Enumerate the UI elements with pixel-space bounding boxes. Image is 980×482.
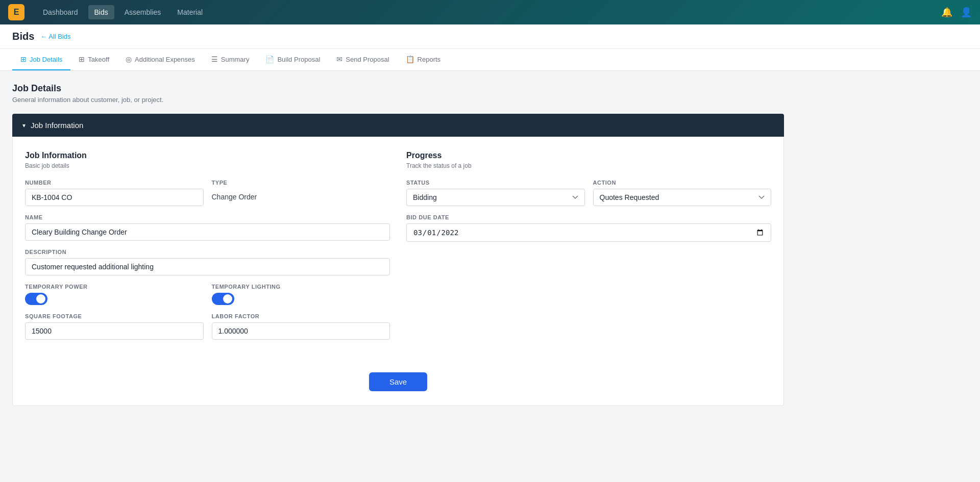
- tab-reports[interactable]: 📋Reports: [398, 49, 449, 70]
- temp-power-group: TEMPORARY POWER: [25, 284, 204, 305]
- tab-summary[interactable]: ☰Summary: [203, 49, 258, 70]
- logo: E: [8, 4, 24, 20]
- collapsible-label: Job Information: [31, 121, 83, 130]
- type-value: Change Order: [212, 189, 390, 205]
- tab-label-summary: Summary: [221, 56, 250, 63]
- form-card: Job Information Basic job details NUMBER…: [12, 137, 784, 406]
- user-icon[interactable]: 👤: [961, 7, 972, 18]
- back-link[interactable]: ← All Bids: [40, 33, 70, 40]
- bid-due-date-label: BID DUE DATE: [406, 214, 771, 220]
- nav-link-dashboard[interactable]: Dashboard: [37, 5, 84, 19]
- name-input[interactable]: [25, 223, 390, 241]
- square-footage-input[interactable]: [25, 322, 204, 340]
- type-field-group: TYPE Change Order: [212, 180, 390, 206]
- temp-lighting-slider: [212, 293, 234, 305]
- tab-icon-additional-expenses: ◎: [126, 55, 132, 63]
- tab-label-additional-expenses: Additional Expenses: [135, 56, 195, 63]
- temp-lighting-group: TEMPORARY LIGHTING: [212, 284, 390, 305]
- temp-power-label: TEMPORARY POWER: [25, 284, 204, 290]
- action-label: ACTION: [593, 180, 772, 186]
- tab-bar: ⊞Job Details⊞Takeoff◎Additional Expenses…: [0, 49, 980, 71]
- job-info-title: Job Information: [25, 151, 390, 160]
- top-nav: E DashboardBidsAssembliesMaterial 🔔 👤: [0, 0, 980, 24]
- number-label: NUMBER: [25, 180, 204, 186]
- tab-label-takeoff: Takeoff: [88, 56, 109, 63]
- tab-build-proposal[interactable]: 📄Build Proposal: [257, 49, 328, 70]
- description-label: DESCRIPTION: [25, 249, 390, 255]
- status-select[interactable]: Bidding Won Lost In Progress Completed: [406, 189, 585, 206]
- action-select[interactable]: Quotes Requested Submitted Under Review …: [593, 189, 772, 206]
- temp-lighting-toggle-wrapper: [212, 293, 390, 305]
- tab-icon-reports: 📋: [406, 55, 414, 63]
- temp-power-toggle-wrapper: [25, 293, 204, 305]
- description-field-group: DESCRIPTION: [25, 249, 390, 275]
- toggle-row: TEMPORARY POWER TEMPORARY LIGHTING: [25, 284, 390, 313]
- tab-label-reports: Reports: [418, 56, 441, 63]
- description-input[interactable]: [25, 258, 390, 275]
- status-group: STATUS Bidding Won Lost In Progress Comp…: [406, 180, 585, 206]
- save-button[interactable]: Save: [369, 372, 427, 391]
- temp-power-toggle[interactable]: [25, 293, 47, 305]
- tab-takeoff[interactable]: ⊞Takeoff: [70, 49, 117, 70]
- action-group: ACTION Quotes Requested Submitted Under …: [593, 180, 772, 206]
- progress-title: Progress: [406, 151, 771, 160]
- square-labor-row: SQUARE FOOTAGE LABOR FACTOR: [25, 313, 390, 348]
- logo-text: E: [14, 8, 19, 17]
- number-input[interactable]: [25, 189, 204, 206]
- tab-icon-job-details: ⊞: [20, 55, 27, 63]
- nav-right: 🔔 👤: [941, 7, 972, 18]
- job-information-section: Job Information Basic job details NUMBER…: [25, 151, 390, 348]
- job-info-subtitle: Basic job details: [25, 162, 390, 169]
- page-header: Bids ← All Bids: [0, 24, 980, 49]
- section-title: Job Details: [12, 83, 784, 94]
- tab-icon-takeoff: ⊞: [79, 55, 85, 63]
- name-label: NAME: [25, 214, 390, 220]
- bell-icon[interactable]: 🔔: [941, 7, 952, 18]
- labor-factor-input[interactable]: [212, 322, 390, 340]
- status-action-row: STATUS Bidding Won Lost In Progress Comp…: [406, 180, 771, 214]
- temp-power-slider: [25, 293, 47, 305]
- status-label: STATUS: [406, 180, 585, 186]
- nav-link-material[interactable]: Material: [171, 5, 209, 19]
- temp-lighting-toggle[interactable]: [212, 293, 234, 305]
- progress-section: Progress Track the status of a job STATU…: [406, 151, 771, 348]
- nav-link-bids[interactable]: Bids: [88, 5, 114, 19]
- number-type-row: NUMBER TYPE Change Order: [25, 180, 390, 214]
- name-field-group: NAME: [25, 214, 390, 241]
- nav-link-assemblies[interactable]: Assemblies: [118, 5, 167, 19]
- nav-links: DashboardBidsAssembliesMaterial: [37, 5, 929, 19]
- labor-factor-group: LABOR FACTOR: [212, 313, 390, 340]
- tab-label-send-proposal: Send Proposal: [346, 56, 389, 63]
- main-content: Job Details General information about cu…: [0, 71, 796, 418]
- save-row: Save: [25, 362, 771, 391]
- page-title: Bids: [12, 31, 34, 42]
- form-grid: Job Information Basic job details NUMBER…: [25, 151, 771, 348]
- tab-job-details[interactable]: ⊞Job Details: [12, 49, 70, 70]
- tab-icon-send-proposal: ✉: [336, 55, 342, 63]
- tab-icon-summary: ☰: [211, 55, 218, 63]
- number-field-group: NUMBER: [25, 180, 204, 206]
- tab-label-job-details: Job Details: [30, 56, 62, 63]
- bid-due-date-input[interactable]: [406, 223, 771, 242]
- tab-additional-expenses[interactable]: ◎Additional Expenses: [117, 49, 203, 70]
- chevron-icon: ▾: [22, 122, 26, 129]
- bid-due-date-group: BID DUE DATE: [406, 214, 771, 242]
- collapsible-header[interactable]: ▾ Job Information: [12, 114, 784, 137]
- tab-label-build-proposal: Build Proposal: [277, 56, 320, 63]
- square-footage-label: SQUARE FOOTAGE: [25, 313, 204, 319]
- tab-icon-build-proposal: 📄: [265, 55, 274, 63]
- type-label: TYPE: [212, 180, 390, 186]
- labor-factor-label: LABOR FACTOR: [212, 313, 390, 319]
- tab-send-proposal[interactable]: ✉Send Proposal: [328, 49, 397, 70]
- progress-subtitle: Track the status of a job: [406, 162, 771, 169]
- temp-lighting-label: TEMPORARY LIGHTING: [212, 284, 390, 290]
- section-subtitle: General information about customer, job,…: [12, 96, 784, 104]
- square-footage-group: SQUARE FOOTAGE: [25, 313, 204, 340]
